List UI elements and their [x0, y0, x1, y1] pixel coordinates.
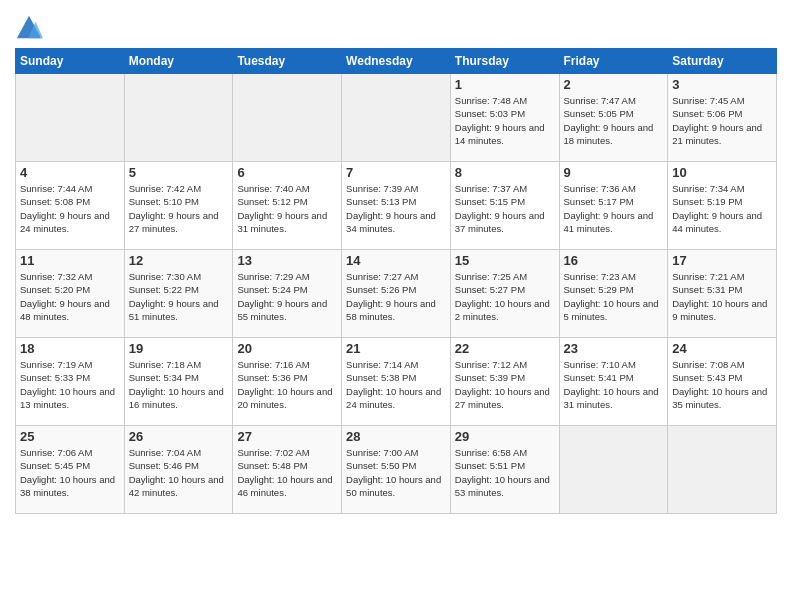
day-cell: 17 Sunrise: 7:21 AMSunset: 5:31 PMDaylig…: [668, 250, 777, 338]
day-number: 24: [672, 341, 772, 356]
day-info: Sunrise: 7:25 AMSunset: 5:27 PMDaylight:…: [455, 270, 555, 323]
day-number: 15: [455, 253, 555, 268]
days-header-row: SundayMondayTuesdayWednesdayThursdayFrid…: [16, 49, 777, 74]
day-cell: 19 Sunrise: 7:18 AMSunset: 5:34 PMDaylig…: [124, 338, 233, 426]
day-cell: [342, 74, 451, 162]
day-number: 1: [455, 77, 555, 92]
day-info: Sunrise: 7:48 AMSunset: 5:03 PMDaylight:…: [455, 94, 555, 147]
day-cell: 16 Sunrise: 7:23 AMSunset: 5:29 PMDaylig…: [559, 250, 668, 338]
day-number: 21: [346, 341, 446, 356]
day-cell: 6 Sunrise: 7:40 AMSunset: 5:12 PMDayligh…: [233, 162, 342, 250]
calendar-container: SundayMondayTuesdayWednesdayThursdayFrid…: [0, 0, 792, 519]
day-number: 6: [237, 165, 337, 180]
day-number: 4: [20, 165, 120, 180]
day-info: Sunrise: 7:36 AMSunset: 5:17 PMDaylight:…: [564, 182, 664, 235]
day-info: Sunrise: 7:08 AMSunset: 5:43 PMDaylight:…: [672, 358, 772, 411]
day-info: Sunrise: 7:02 AMSunset: 5:48 PMDaylight:…: [237, 446, 337, 499]
day-cell: 22 Sunrise: 7:12 AMSunset: 5:39 PMDaylig…: [450, 338, 559, 426]
day-cell: 18 Sunrise: 7:19 AMSunset: 5:33 PMDaylig…: [16, 338, 125, 426]
day-number: 26: [129, 429, 229, 444]
day-number: 25: [20, 429, 120, 444]
day-cell: 11 Sunrise: 7:32 AMSunset: 5:20 PMDaylig…: [16, 250, 125, 338]
day-header-monday: Monday: [124, 49, 233, 74]
day-cell: 23 Sunrise: 7:10 AMSunset: 5:41 PMDaylig…: [559, 338, 668, 426]
week-row-1: 1 Sunrise: 7:48 AMSunset: 5:03 PMDayligh…: [16, 74, 777, 162]
day-number: 19: [129, 341, 229, 356]
day-cell: [233, 74, 342, 162]
day-cell: 3 Sunrise: 7:45 AMSunset: 5:06 PMDayligh…: [668, 74, 777, 162]
day-info: Sunrise: 7:45 AMSunset: 5:06 PMDaylight:…: [672, 94, 772, 147]
day-cell: [124, 74, 233, 162]
day-number: 13: [237, 253, 337, 268]
day-info: Sunrise: 6:58 AMSunset: 5:51 PMDaylight:…: [455, 446, 555, 499]
day-number: 17: [672, 253, 772, 268]
day-cell: [559, 426, 668, 514]
day-number: 3: [672, 77, 772, 92]
day-cell: 12 Sunrise: 7:30 AMSunset: 5:22 PMDaylig…: [124, 250, 233, 338]
day-number: 10: [672, 165, 772, 180]
day-number: 12: [129, 253, 229, 268]
day-cell: 1 Sunrise: 7:48 AMSunset: 5:03 PMDayligh…: [450, 74, 559, 162]
header: [15, 10, 777, 42]
day-info: Sunrise: 7:21 AMSunset: 5:31 PMDaylight:…: [672, 270, 772, 323]
day-info: Sunrise: 7:34 AMSunset: 5:19 PMDaylight:…: [672, 182, 772, 235]
day-info: Sunrise: 7:14 AMSunset: 5:38 PMDaylight:…: [346, 358, 446, 411]
day-info: Sunrise: 7:18 AMSunset: 5:34 PMDaylight:…: [129, 358, 229, 411]
day-cell: 10 Sunrise: 7:34 AMSunset: 5:19 PMDaylig…: [668, 162, 777, 250]
day-cell: [668, 426, 777, 514]
day-info: Sunrise: 7:04 AMSunset: 5:46 PMDaylight:…: [129, 446, 229, 499]
day-info: Sunrise: 7:27 AMSunset: 5:26 PMDaylight:…: [346, 270, 446, 323]
day-cell: 2 Sunrise: 7:47 AMSunset: 5:05 PMDayligh…: [559, 74, 668, 162]
logo-icon: [15, 14, 43, 42]
day-info: Sunrise: 7:16 AMSunset: 5:36 PMDaylight:…: [237, 358, 337, 411]
day-number: 11: [20, 253, 120, 268]
day-header-wednesday: Wednesday: [342, 49, 451, 74]
logo: [15, 14, 47, 42]
day-info: Sunrise: 7:19 AMSunset: 5:33 PMDaylight:…: [20, 358, 120, 411]
day-cell: 24 Sunrise: 7:08 AMSunset: 5:43 PMDaylig…: [668, 338, 777, 426]
day-cell: 14 Sunrise: 7:27 AMSunset: 5:26 PMDaylig…: [342, 250, 451, 338]
week-row-2: 4 Sunrise: 7:44 AMSunset: 5:08 PMDayligh…: [16, 162, 777, 250]
day-number: 14: [346, 253, 446, 268]
day-number: 7: [346, 165, 446, 180]
day-number: 23: [564, 341, 664, 356]
day-cell: 8 Sunrise: 7:37 AMSunset: 5:15 PMDayligh…: [450, 162, 559, 250]
day-info: Sunrise: 7:47 AMSunset: 5:05 PMDaylight:…: [564, 94, 664, 147]
day-cell: 4 Sunrise: 7:44 AMSunset: 5:08 PMDayligh…: [16, 162, 125, 250]
day-cell: 13 Sunrise: 7:29 AMSunset: 5:24 PMDaylig…: [233, 250, 342, 338]
day-cell: 28 Sunrise: 7:00 AMSunset: 5:50 PMDaylig…: [342, 426, 451, 514]
day-info: Sunrise: 7:42 AMSunset: 5:10 PMDaylight:…: [129, 182, 229, 235]
day-cell: 25 Sunrise: 7:06 AMSunset: 5:45 PMDaylig…: [16, 426, 125, 514]
week-row-3: 11 Sunrise: 7:32 AMSunset: 5:20 PMDaylig…: [16, 250, 777, 338]
day-cell: [16, 74, 125, 162]
day-info: Sunrise: 7:10 AMSunset: 5:41 PMDaylight:…: [564, 358, 664, 411]
day-cell: 5 Sunrise: 7:42 AMSunset: 5:10 PMDayligh…: [124, 162, 233, 250]
day-info: Sunrise: 7:30 AMSunset: 5:22 PMDaylight:…: [129, 270, 229, 323]
day-number: 22: [455, 341, 555, 356]
day-number: 9: [564, 165, 664, 180]
day-info: Sunrise: 7:37 AMSunset: 5:15 PMDaylight:…: [455, 182, 555, 235]
day-info: Sunrise: 7:39 AMSunset: 5:13 PMDaylight:…: [346, 182, 446, 235]
day-info: Sunrise: 7:00 AMSunset: 5:50 PMDaylight:…: [346, 446, 446, 499]
day-info: Sunrise: 7:44 AMSunset: 5:08 PMDaylight:…: [20, 182, 120, 235]
day-number: 20: [237, 341, 337, 356]
calendar-table: SundayMondayTuesdayWednesdayThursdayFrid…: [15, 48, 777, 514]
day-number: 18: [20, 341, 120, 356]
day-cell: 9 Sunrise: 7:36 AMSunset: 5:17 PMDayligh…: [559, 162, 668, 250]
day-info: Sunrise: 7:40 AMSunset: 5:12 PMDaylight:…: [237, 182, 337, 235]
day-number: 29: [455, 429, 555, 444]
day-cell: 20 Sunrise: 7:16 AMSunset: 5:36 PMDaylig…: [233, 338, 342, 426]
week-row-4: 18 Sunrise: 7:19 AMSunset: 5:33 PMDaylig…: [16, 338, 777, 426]
day-number: 8: [455, 165, 555, 180]
day-header-sunday: Sunday: [16, 49, 125, 74]
day-cell: 29 Sunrise: 6:58 AMSunset: 5:51 PMDaylig…: [450, 426, 559, 514]
day-number: 5: [129, 165, 229, 180]
day-header-friday: Friday: [559, 49, 668, 74]
day-info: Sunrise: 7:12 AMSunset: 5:39 PMDaylight:…: [455, 358, 555, 411]
day-number: 2: [564, 77, 664, 92]
day-header-tuesday: Tuesday: [233, 49, 342, 74]
day-cell: 15 Sunrise: 7:25 AMSunset: 5:27 PMDaylig…: [450, 250, 559, 338]
day-info: Sunrise: 7:23 AMSunset: 5:29 PMDaylight:…: [564, 270, 664, 323]
day-info: Sunrise: 7:06 AMSunset: 5:45 PMDaylight:…: [20, 446, 120, 499]
day-number: 16: [564, 253, 664, 268]
